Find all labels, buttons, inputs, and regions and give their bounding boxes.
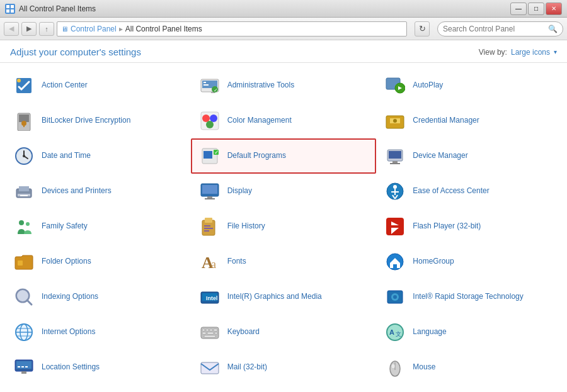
list-item-mail[interactable]: Mail (32-bit) [191, 350, 377, 385]
list-item-internet-options[interactable]: Internet Options [5, 315, 191, 350]
list-item-fonts[interactable]: AaFonts [191, 244, 377, 279]
list-item-admin-tools[interactable]: ✓Administrative Tools [191, 68, 377, 103]
ease-access-label: Ease of Access Center [413, 186, 489, 196]
device-mgr-label: Device Manager [413, 151, 467, 161]
svg-rect-37 [392, 161, 398, 163]
homegroup-icon [384, 250, 406, 273]
display-icon [198, 180, 221, 203]
list-item-devices-printers[interactable]: Devices and Printers [5, 174, 191, 209]
view-by-dropdown-icon[interactable]: ▾ [554, 48, 557, 55]
svg-text:✓: ✓ [214, 87, 218, 93]
maximize-button[interactable]: □ [528, 3, 544, 15]
svg-rect-86 [214, 329, 217, 331]
svg-point-76 [393, 295, 397, 299]
credential-mgr-label: Credential Manager [413, 116, 479, 126]
list-item-family-safety[interactable]: Family Safety [5, 209, 191, 244]
list-item-color-mgmt[interactable]: Color Management [191, 103, 377, 138]
svg-rect-40 [19, 186, 29, 191]
admin-tools-icon: ✓ [198, 74, 221, 97]
list-item-homegroup[interactable]: HomeGroup [376, 244, 562, 279]
list-item-indexing[interactable]: Indexing Options [5, 279, 191, 315]
list-item-network[interactable]: Network and Sharing Center [5, 385, 191, 392]
list-item-flash-player[interactable]: Flash Player (32-bit) [376, 209, 562, 244]
file-history-icon [198, 215, 221, 238]
address-bar[interactable]: 🖥 Control Panel ▸ All Control Panel Item… [57, 21, 407, 36]
datetime-icon [13, 145, 35, 167]
svg-point-30 [23, 155, 25, 157]
list-item-mouse[interactable]: Mouse [376, 350, 562, 385]
navbar: ◀ ▶ ↑ 🖥 Control Panel ▸ All Control Pane… [0, 18, 567, 40]
view-by-control[interactable]: View by: Large icons ▾ [479, 48, 557, 57]
svg-rect-32 [203, 151, 212, 159]
list-item-location[interactable]: Location Settings [5, 350, 191, 385]
refresh-button[interactable]: ↻ [415, 21, 430, 36]
list-item-intel-graphics[interactable]: IntelIntel(R) Graphics and Media [191, 279, 377, 315]
svg-rect-8 [203, 82, 206, 83]
list-item-file-history[interactable]: File History [191, 209, 377, 244]
search-box[interactable]: 🔍 [437, 21, 563, 36]
search-input[interactable] [443, 25, 548, 33]
intel-rapid-icon [384, 286, 406, 308]
list-item-language[interactable]: A文Language [376, 315, 562, 350]
svg-point-22 [210, 115, 217, 122]
svg-rect-2 [6, 9, 9, 13]
list-item-performance[interactable]: Performance Information and Tools [376, 385, 562, 392]
close-button[interactable]: ✕ [546, 3, 562, 15]
view-by-value[interactable]: Large icons [511, 48, 550, 57]
svg-rect-44 [202, 185, 217, 194]
list-item-display[interactable]: Display [191, 174, 377, 209]
default-programs-icon: ✓ [198, 145, 221, 167]
list-item-keyboard[interactable]: Keyboard [191, 315, 377, 350]
intel-graphics-label: Intel(R) Graphics and Media [227, 292, 322, 302]
indexing-label: Indexing Options [42, 292, 98, 302]
mouse-icon [384, 356, 406, 379]
app-icon [5, 4, 15, 14]
forward-button[interactable]: ▶ [21, 22, 37, 36]
svg-rect-42 [20, 195, 28, 196]
svg-rect-83 [202, 329, 205, 331]
list-item-ease-access[interactable]: Ease of Access Center [376, 174, 562, 209]
list-item-action-center[interactable]: Action Center [5, 68, 191, 103]
flash-player-label: Flash Player (32-bit) [413, 221, 481, 232]
svg-rect-89 [215, 332, 217, 334]
folder-options-label: Folder Options [42, 257, 91, 267]
svg-rect-1 [11, 5, 14, 8]
keyboard-label: Keyboard [227, 327, 260, 337]
intel-graphics-icon: Intel [198, 286, 221, 308]
list-item-folder-options[interactable]: Folder Options [5, 244, 191, 279]
list-item-bitlocker[interactable]: BitLocker Drive Encryption [5, 103, 191, 138]
svg-point-26 [393, 119, 397, 123]
svg-rect-56 [205, 218, 212, 223]
svg-rect-45 [207, 196, 212, 198]
window-title: All Control Panel Items [19, 4, 96, 13]
list-item-credential-mgr[interactable]: Credential Manager [376, 103, 562, 138]
svg-rect-36 [389, 151, 401, 159]
list-item-notification[interactable]: Notification Area Icons [191, 385, 377, 392]
up-button[interactable]: ↑ [39, 22, 54, 36]
bitlocker-icon [13, 109, 35, 132]
location-icon [13, 356, 35, 379]
svg-rect-88 [207, 332, 214, 334]
svg-rect-46 [205, 198, 215, 199]
svg-point-5 [17, 79, 21, 82]
svg-rect-96 [18, 366, 20, 367]
list-item-device-mgr[interactable]: Device Manager [376, 138, 562, 174]
list-item-autoplay[interactable]: AutoPlay [376, 68, 562, 103]
back-button[interactable]: ◀ [4, 22, 19, 36]
mail-icon [198, 356, 221, 379]
svg-rect-98 [25, 366, 28, 367]
svg-text:文: 文 [396, 331, 401, 337]
breadcrumb-control-panel[interactable]: Control Panel [71, 25, 117, 33]
list-item-datetime[interactable]: Date and Time [5, 138, 191, 174]
list-item-default-programs[interactable]: ✓Default Programs [191, 138, 377, 174]
action-center-label: Action Center [42, 81, 88, 91]
device-mgr-icon [384, 145, 406, 167]
svg-rect-85 [210, 329, 212, 331]
internet-options-icon [13, 321, 35, 344]
minimize-button[interactable]: — [510, 3, 527, 15]
list-item-intel-rapid[interactable]: Intel® Rapid Storage Technology [376, 279, 562, 315]
file-history-label: File History [227, 221, 265, 232]
view-by-label: View by: [479, 48, 507, 57]
page-title: Adjust your computer's settings [10, 47, 141, 57]
svg-rect-9 [203, 84, 209, 86]
